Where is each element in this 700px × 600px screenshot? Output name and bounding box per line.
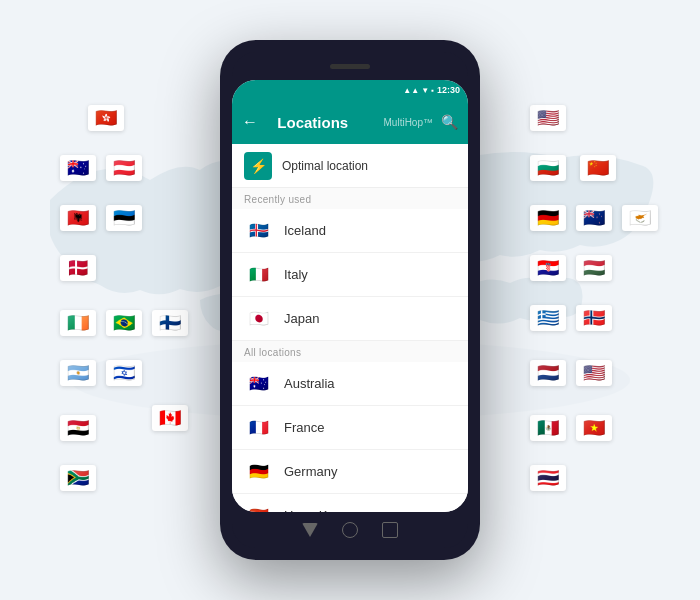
- battery-icon: ▪: [431, 86, 434, 95]
- page-title: Locations: [250, 114, 376, 131]
- back-nav-button[interactable]: [302, 523, 318, 537]
- phone-frame: ▲▲ ▼ ▪ 12:30 ← Locations MultiHop™ 🔍 ⚡: [220, 40, 480, 560]
- hongkong-flag: 🇭🇰: [244, 506, 274, 513]
- france-label: France: [284, 420, 324, 435]
- hongkong-label: Hong Kong: [284, 508, 349, 512]
- recent-iceland[interactable]: 🇮🇸 Iceland: [232, 209, 468, 253]
- loc-germany[interactable]: 🇩🇪 Germany: [232, 450, 468, 494]
- status-icons: ▲▲ ▼ ▪: [403, 86, 434, 95]
- wifi-icon: ▼: [421, 86, 429, 95]
- phone-notch: [232, 52, 468, 80]
- search-button[interactable]: 🔍: [441, 114, 458, 130]
- france-flag: 🇫🇷: [244, 418, 274, 438]
- optimal-icon: ⚡: [244, 152, 272, 180]
- loc-france[interactable]: 🇫🇷 France: [232, 406, 468, 450]
- optimal-location-item[interactable]: ⚡ Optimal location: [232, 144, 468, 188]
- phone-wrapper: ▲▲ ▼ ▪ 12:30 ← Locations MultiHop™ 🔍 ⚡: [220, 40, 480, 560]
- loc-hongkong[interactable]: 🇭🇰 Hong Kong: [232, 494, 468, 512]
- multihop-button[interactable]: MultiHop™: [384, 117, 433, 128]
- australia-flag: 🇦🇺: [244, 374, 274, 394]
- recent-italy[interactable]: 🇮🇹 Italy: [232, 253, 468, 297]
- australia-label: Australia: [284, 376, 335, 391]
- italy-flag-recent: 🇮🇹: [244, 265, 274, 285]
- location-list: ⚡ Optimal location Recently used 🇮🇸 Icel…: [232, 144, 468, 512]
- japan-label-recent: Japan: [284, 311, 319, 326]
- phone-speaker: [330, 64, 370, 69]
- italy-label-recent: Italy: [284, 267, 308, 282]
- japan-flag-recent: 🇯🇵: [244, 309, 274, 329]
- top-nav: ← Locations MultiHop™ 🔍: [232, 100, 468, 144]
- recently-used-header: Recently used: [232, 188, 468, 209]
- loc-australia[interactable]: 🇦🇺 Australia: [232, 362, 468, 406]
- recent-japan[interactable]: 🇯🇵 Japan: [232, 297, 468, 341]
- signal-icon: ▲▲: [403, 86, 419, 95]
- status-bar: ▲▲ ▼ ▪ 12:30: [232, 80, 468, 100]
- home-bar: [232, 512, 468, 548]
- iceland-label-recent: Iceland: [284, 223, 326, 238]
- germany-flag: 🇩🇪: [244, 462, 274, 482]
- status-time: 12:30: [437, 85, 460, 95]
- optimal-label: Optimal location: [282, 159, 368, 173]
- recent-nav-button[interactable]: [382, 522, 398, 538]
- all-locations-header: All locations: [232, 341, 468, 362]
- germany-label: Germany: [284, 464, 337, 479]
- phone-screen: ▲▲ ▼ ▪ 12:30 ← Locations MultiHop™ 🔍 ⚡: [232, 80, 468, 512]
- home-nav-button[interactable]: [342, 522, 358, 538]
- iceland-flag-recent: 🇮🇸: [244, 221, 274, 241]
